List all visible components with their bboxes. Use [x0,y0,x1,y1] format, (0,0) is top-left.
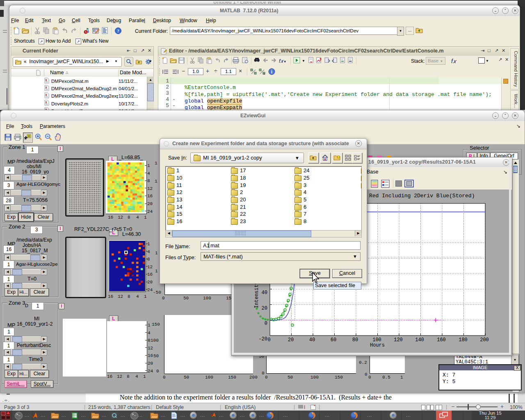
svg-text:200: 200 [480,337,489,343]
svg-text:Hours: Hours [370,342,385,348]
svg-text:40: 40 [262,290,267,296]
svg-text:?: ? [117,28,119,33]
svg-text:20: 20 [288,337,294,343]
svg-text:80: 80 [352,337,358,343]
svg-text:0: 0 [265,321,267,326]
svg-text:-20: -20 [258,336,267,342]
svg-text:140: 140 [415,337,424,343]
svg-text:160: 160 [437,337,446,343]
svg-text:100: 100 [372,337,381,343]
svg-text:Intensity: Intensity [254,282,260,308]
svg-text:40: 40 [309,337,315,343]
svg-text:120: 120 [394,337,403,343]
svg-text:0: 0 [267,337,270,343]
svg-text:60: 60 [331,337,336,343]
svg-text:20: 20 [262,306,267,311]
svg-text:180: 180 [459,337,468,343]
